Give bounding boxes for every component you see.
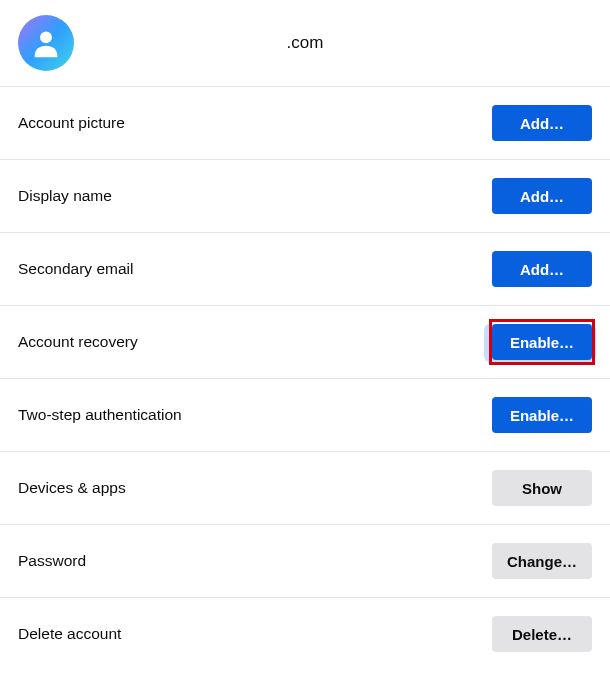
label-devices-apps: Devices & apps <box>18 479 126 497</box>
row-devices-apps: Devices & apps Show <box>0 451 610 524</box>
show-devices-apps-button[interactable]: Show <box>492 470 592 506</box>
change-password-button[interactable]: Change… <box>492 543 592 579</box>
highlight-account-recovery: Enable… <box>492 324 592 360</box>
label-two-step: Two-step authentication <box>18 406 182 424</box>
label-account-recovery: Account recovery <box>18 333 138 351</box>
account-header: .com <box>0 0 610 86</box>
label-password: Password <box>18 552 86 570</box>
add-display-name-button[interactable]: Add… <box>492 178 592 214</box>
enable-account-recovery-button[interactable]: Enable… <box>492 324 592 360</box>
label-secondary-email: Secondary email <box>18 260 133 278</box>
row-secondary-email: Secondary email Add… <box>0 232 610 305</box>
label-display-name: Display name <box>18 187 112 205</box>
label-account-picture: Account picture <box>18 114 125 132</box>
row-display-name: Display name Add… <box>0 159 610 232</box>
account-email: .com <box>18 33 592 53</box>
row-delete-account: Delete account Delete… <box>0 597 610 670</box>
row-account-recovery: Account recovery Enable… <box>0 305 610 378</box>
label-delete-account: Delete account <box>18 625 121 643</box>
row-two-step: Two-step authentication Enable… <box>0 378 610 451</box>
row-account-picture: Account picture Add… <box>0 86 610 159</box>
add-secondary-email-button[interactable]: Add… <box>492 251 592 287</box>
row-password: Password Change… <box>0 524 610 597</box>
add-account-picture-button[interactable]: Add… <box>492 105 592 141</box>
enable-two-step-button[interactable]: Enable… <box>492 397 592 433</box>
delete-account-button[interactable]: Delete… <box>492 616 592 652</box>
